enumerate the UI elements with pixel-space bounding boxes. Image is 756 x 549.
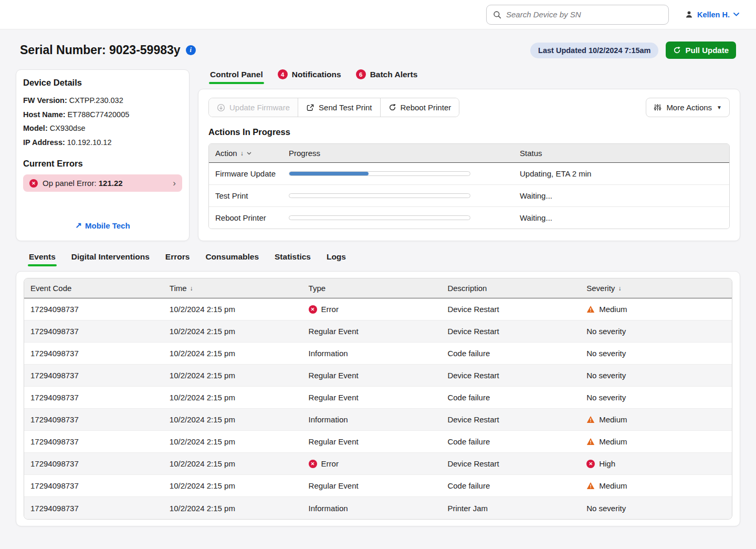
mobile-tech-link[interactable]: ↗ Mobile Tech bbox=[75, 221, 130, 234]
current-errors-title: Current Errors bbox=[23, 159, 182, 169]
event-description-cell: Code failure bbox=[447, 481, 586, 490]
event-severity-cell: Medium bbox=[586, 481, 726, 490]
search-input[interactable] bbox=[506, 10, 662, 19]
events-table: Event Code Time↓ Type Description Severi… bbox=[24, 278, 732, 520]
event-time-cell: 10/2/2024 2:15 pm bbox=[170, 504, 309, 513]
column-time[interactable]: Time↓ bbox=[170, 284, 309, 293]
count-badge: 4 bbox=[278, 69, 288, 79]
tab-consumables[interactable]: Consumables bbox=[205, 252, 259, 266]
event-description-cell: Device Restart bbox=[447, 459, 586, 468]
pull-update-button[interactable]: Pull Update bbox=[666, 42, 736, 59]
event-row[interactable]: 1729409873710/2/2024 2:15 pmInformationD… bbox=[24, 409, 732, 431]
warning-icon bbox=[586, 438, 595, 446]
tab-digital-interventions[interactable]: Digital Interventions bbox=[71, 252, 150, 266]
warning-icon bbox=[586, 482, 595, 490]
event-type-cell: Regular Event bbox=[309, 371, 448, 380]
column-severity[interactable]: Severity↓ bbox=[586, 284, 726, 293]
sort-down-icon: ↓ bbox=[190, 285, 193, 292]
event-severity-cell: No severity bbox=[586, 327, 726, 336]
event-time-cell: 10/2/2024 2:15 pm bbox=[170, 459, 309, 468]
error-label: Op panel Error: 121.22 bbox=[43, 179, 123, 188]
update-firmware-label: Update Firmware bbox=[229, 103, 290, 112]
sort-down-icon: ↓ bbox=[618, 285, 621, 292]
device-field: Host Name: ET788C77420005 bbox=[23, 110, 182, 120]
reboot-printer-button[interactable]: Reboot Printer bbox=[381, 98, 459, 117]
event-time-cell: 10/2/2024 2:15 pm bbox=[170, 393, 309, 402]
device-field: FW Version: CXTPP.230.032 bbox=[23, 96, 182, 106]
page-header: Serial Number: 9023-59983y i Last Update… bbox=[20, 42, 736, 59]
device-details-title: Device Details bbox=[23, 78, 182, 88]
event-time-cell: 10/2/2024 2:15 pm bbox=[170, 437, 309, 446]
warning-icon bbox=[586, 416, 595, 423]
page: Serial Number: 9023-59983y i Last Update… bbox=[0, 42, 756, 526]
event-time-cell: 10/2/2024 2:15 pm bbox=[170, 349, 309, 358]
event-row[interactable]: 1729409873710/2/2024 2:15 pmRegular Even… bbox=[24, 320, 732, 343]
event-code-cell: 17294098737 bbox=[30, 415, 170, 424]
top-tabs: Control Panel4Notifications6Batch Alerts bbox=[198, 69, 740, 84]
progress-bar bbox=[289, 171, 470, 176]
tab-logs[interactable]: Logs bbox=[327, 252, 346, 266]
send-test-print-label: Send Test Print bbox=[319, 103, 372, 112]
search-box[interactable] bbox=[486, 5, 669, 25]
event-description-cell: Device Restart bbox=[447, 371, 586, 380]
search-icon bbox=[493, 11, 501, 19]
event-row[interactable]: 1729409873710/2/2024 2:15 pmRegular Even… bbox=[24, 387, 732, 409]
event-row[interactable]: 1729409873710/2/2024 2:15 pmRegular Even… bbox=[24, 431, 732, 453]
control-panel-card: Update Firmware Send Test Print bbox=[198, 89, 740, 241]
external-link-icon: ↗ bbox=[75, 221, 82, 230]
event-code-cell: 17294098737 bbox=[30, 459, 170, 468]
tab-control-panel[interactable]: Control Panel bbox=[210, 69, 263, 84]
column-action[interactable]: Action ↓ bbox=[215, 149, 289, 158]
update-firmware-button[interactable]: Update Firmware bbox=[209, 98, 298, 117]
progress-bar bbox=[289, 215, 470, 220]
event-description-cell: Device Restart bbox=[447, 305, 586, 314]
page-title: Serial Number: 9023-59983y bbox=[20, 43, 181, 57]
tab-statistics[interactable]: Statistics bbox=[275, 252, 311, 266]
event-severity-cell: No severity bbox=[586, 393, 726, 402]
column-event-code: Event Code bbox=[30, 284, 170, 293]
event-type-cell: ✕Error bbox=[309, 305, 448, 314]
device-field: Model: CX930dse bbox=[23, 123, 182, 134]
refresh-icon bbox=[673, 46, 681, 54]
event-row[interactable]: 1729409873710/2/2024 2:15 pmRegular Even… bbox=[24, 475, 732, 497]
event-time-cell: 10/2/2024 2:15 pm bbox=[170, 327, 309, 336]
event-row[interactable]: 1729409873710/2/2024 2:15 pmRegular Even… bbox=[24, 365, 732, 387]
action-status: Waiting... bbox=[520, 213, 723, 222]
actions-table-header: Action ↓ Progress Status bbox=[209, 144, 729, 163]
event-type-cell: Information bbox=[309, 349, 448, 358]
tab-events[interactable]: Events bbox=[29, 252, 56, 266]
action-name: Reboot Printer bbox=[215, 213, 289, 222]
action-row: Reboot PrinterWaiting... bbox=[209, 207, 729, 229]
control-panel-section: Control Panel4Notifications6Batch Alerts… bbox=[198, 69, 740, 241]
event-row[interactable]: 1729409873710/2/2024 2:15 pmInformationP… bbox=[24, 497, 732, 519]
more-actions-button[interactable]: More Actions ▼ bbox=[646, 98, 730, 117]
send-test-print-button[interactable]: Send Test Print bbox=[298, 98, 380, 117]
event-row[interactable]: 1729409873710/2/2024 2:15 pm✕ErrorDevice… bbox=[24, 453, 732, 475]
user-menu[interactable]: Kellen H. bbox=[685, 10, 739, 19]
event-time-cell: 10/2/2024 2:15 pm bbox=[170, 371, 309, 380]
events-table-header: Event Code Time↓ Type Description Severi… bbox=[24, 278, 732, 298]
tab-notifications[interactable]: 4Notifications bbox=[278, 69, 341, 84]
action-row: Firmware UpdateUpdating, ETA 2 min bbox=[209, 163, 729, 185]
action-name: Test Print bbox=[215, 191, 289, 200]
info-icon[interactable]: i bbox=[186, 45, 196, 55]
events-table-rows: 1729409873710/2/2024 2:15 pm✕ErrorDevice… bbox=[24, 298, 732, 519]
event-time-cell: 10/2/2024 2:15 pm bbox=[170, 481, 309, 490]
event-description-cell: Device Restart bbox=[447, 415, 586, 424]
tab-label: Notifications bbox=[292, 70, 341, 79]
error-circle-icon: ✕ bbox=[309, 460, 317, 468]
reboot-icon bbox=[388, 103, 396, 111]
event-row[interactable]: 1729409873710/2/2024 2:15 pm✕ErrorDevice… bbox=[24, 298, 732, 320]
event-severity-cell: No severity bbox=[586, 349, 726, 358]
event-severity-cell: ✕High bbox=[586, 459, 726, 468]
action-row: Test PrintWaiting... bbox=[209, 185, 729, 207]
event-type-cell: ✕Error bbox=[309, 459, 448, 468]
event-row[interactable]: 1729409873710/2/2024 2:15 pmInformationC… bbox=[24, 343, 732, 365]
tab-batch-alerts[interactable]: 6Batch Alerts bbox=[356, 69, 418, 84]
tab-errors[interactable]: Errors bbox=[165, 252, 190, 266]
last-updated-badge: Last Updated 10/2/2024 7:15am bbox=[530, 43, 658, 58]
event-severity-cell: Medium bbox=[586, 305, 726, 314]
op-panel-error-alert[interactable]: ✕ Op panel Error: 121.22 › bbox=[23, 174, 182, 192]
column-type: Type bbox=[309, 284, 448, 293]
progress-bar bbox=[289, 193, 470, 198]
